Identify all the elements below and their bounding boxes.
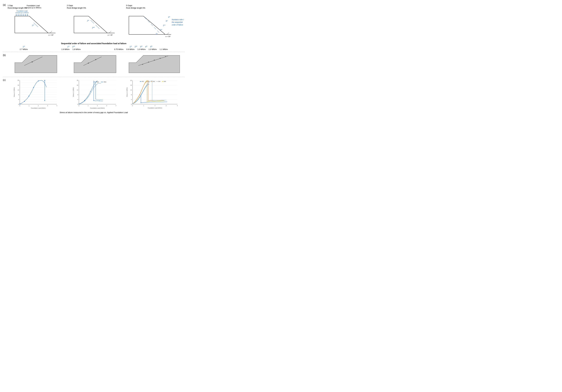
svg-text:20: 20 <box>18 80 19 81</box>
charts-row: 20 16 12 8 4 0 0 1 2 3 4 Stress 11 (MPa) <box>7 78 185 111</box>
svg-marker-9 <box>21 15 22 16</box>
svg-marker-13 <box>25 15 26 16</box>
svg-point-176 <box>140 94 140 95</box>
svg-text:4: 4 <box>177 105 178 107</box>
svg-line-33 <box>143 16 165 35</box>
svg-text:3: 3 <box>166 105 166 107</box>
chart-panel-2: 20 16 12 8 4 0 0 1 2 3 4 Stress 11 (MPa)… <box>66 78 125 111</box>
svg-text:0: 0 <box>77 104 78 105</box>
svg-line-38 <box>151 24 153 26</box>
seq-headers-1: 1st <box>20 46 28 48</box>
seq-header-3-2: 2nd <box>135 46 137 48</box>
panel3-subtitle: Rock Bridge length 5% <box>126 7 184 9</box>
svg-text:3: 3 <box>47 105 48 107</box>
svg-text:5th: 5th <box>166 20 168 22</box>
seq-val-3-5: 1.1 MN/m <box>160 48 168 50</box>
svg-marker-57 <box>129 55 180 73</box>
svg-text:✕: ✕ <box>95 59 96 61</box>
svg-text:16: 16 <box>77 84 78 86</box>
svg-marker-53 <box>74 55 116 73</box>
svg-text:3: 3 <box>106 105 107 107</box>
seq-header-3-3: 3rd <box>140 46 142 48</box>
svg-marker-5 <box>18 15 18 16</box>
seq-header-3-4: 4th <box>145 46 147 48</box>
section-c-container: (c) <box>3 78 185 111</box>
slope-diagram-3: 1st 3rd 2nd 5th 4th α = 30° Numbers refe… <box>126 10 184 39</box>
svg-text:4: 4 <box>116 105 117 107</box>
seq-values-1: 2.7 MN/m <box>20 48 28 50</box>
seq-val-2-1: 1.6 MN/m <box>61 48 70 50</box>
section-a-label: (a) <box>3 4 6 6</box>
svg-point-121 <box>102 82 102 82</box>
svg-marker-15 <box>27 15 28 16</box>
svg-text:8: 8 <box>18 94 19 95</box>
svg-text:RB4: RB4 <box>158 81 161 82</box>
svg-point-95 <box>44 80 45 81</box>
section-b-label: (b) <box>3 54 6 57</box>
svg-text:16: 16 <box>18 84 19 86</box>
svg-text:12: 12 <box>18 89 19 91</box>
svg-text:4: 4 <box>18 99 19 100</box>
svg-text:Numbers refer to: Numbers refer to <box>172 19 184 21</box>
divider-2 <box>3 77 185 77</box>
svg-text:(ramped-up to 3MN/m): (ramped-up to 3MN/m) <box>15 12 29 13</box>
svg-text:α = 30°: α = 30° <box>48 34 54 36</box>
seq-val-3-1: 0.75 MN/m <box>114 48 124 50</box>
seq-table: 1st 2.7 MN/m 1st 2nd 1.6 MN/m 1.8 MN/m 1… <box>3 46 185 50</box>
svg-text:1: 1 <box>143 105 144 107</box>
svg-text:RB1: RB1 <box>96 81 99 83</box>
svg-text:RB3: RB3 <box>153 81 155 82</box>
svg-text:2: 2 <box>155 105 155 107</box>
svg-text:0: 0 <box>131 104 132 105</box>
svg-text:1st: 1st <box>32 24 34 26</box>
section-a: (a) 1 Gap Rock Bridge length 5% Foundati… <box>3 3 185 41</box>
svg-point-92 <box>33 87 34 88</box>
load-arrows: Foundation Load (ramped-up to 3MN/m) <box>15 10 29 16</box>
diagram-panel-1gap: 1 Gap Rock Bridge length 5% Foundation L… <box>7 3 66 41</box>
seq-val-3-3: 1.0 MN/m <box>138 48 146 50</box>
svg-point-91 <box>28 96 29 96</box>
panel2-title: 2 Gaps <box>67 4 125 7</box>
seq-col-2: 1st 2nd 1.6 MN/m 1.8 MN/m <box>61 46 81 50</box>
svg-marker-50 <box>15 55 57 73</box>
chart-svg-3: 20 16 12 8 4 0 0 1 2 3 4 Stress 11 (MPa)… <box>126 79 184 109</box>
svg-marker-3 <box>16 15 17 16</box>
svg-text:Stress 11 (MPa): Stress 11 (MPa) <box>13 87 15 97</box>
chart-caption: Stress at failure measured in the center… <box>3 111 185 114</box>
svg-point-154 <box>140 81 141 82</box>
svg-text:Foundation Load (MN/m): Foundation Load (MN/m) <box>148 107 162 109</box>
section-c-label: (c) <box>3 79 6 81</box>
svg-text:8: 8 <box>77 94 78 95</box>
svg-text:✕: ✕ <box>88 62 89 64</box>
seq-header-3-1: 1st <box>130 46 132 48</box>
section-b: (b) ✕ ✕ ✕ <box>3 53 185 76</box>
svg-line-39 <box>154 27 156 29</box>
rock-panel-3: ✕ ✕ ✕ ✕ ✕ <box>125 53 185 76</box>
panel3-title: 5 Gaps <box>126 4 184 7</box>
chart-panel-3: 20 16 12 8 4 0 0 1 2 3 4 Stress 11 (MPa)… <box>125 78 185 111</box>
svg-point-118 <box>94 82 95 82</box>
panel2-subtitle: Rock Bridge length 5% <box>67 7 125 9</box>
svg-point-90 <box>24 101 25 102</box>
svg-text:4: 4 <box>77 99 78 100</box>
seq-headers-2: 1st 2nd <box>61 46 81 48</box>
chart-svg-2: 20 16 12 8 4 0 0 1 2 3 4 Stress 11 (MPa)… <box>67 79 125 109</box>
seq-col-1: 1st 2.7 MN/m <box>20 46 28 50</box>
svg-point-89 <box>19 104 20 105</box>
seq-val-3-2: 0.9 MN/m <box>126 48 134 50</box>
rock-svg-2: ✕ ✕ <box>67 54 125 74</box>
svg-point-182 <box>132 104 133 104</box>
svg-text:20: 20 <box>77 80 78 81</box>
svg-text:Foundation Load (MN/m): Foundation Load (MN/m) <box>90 107 105 109</box>
svg-line-40 <box>157 31 159 33</box>
svg-line-28 <box>96 25 99 29</box>
svg-point-166 <box>162 81 163 82</box>
svg-text:0: 0 <box>132 105 133 107</box>
svg-point-126 <box>96 81 97 82</box>
svg-line-37 <box>148 21 150 23</box>
diagram-panel-5gap: 5 Gaps Rock Bridge length 5% 1st <box>125 3 185 41</box>
seq-order-title: Sequential order of failure and associat… <box>3 42 185 45</box>
svg-point-160 <box>151 81 152 82</box>
seq-values-2: 1.6 MN/m 1.8 MN/m <box>61 48 81 50</box>
svg-point-163 <box>157 81 157 82</box>
